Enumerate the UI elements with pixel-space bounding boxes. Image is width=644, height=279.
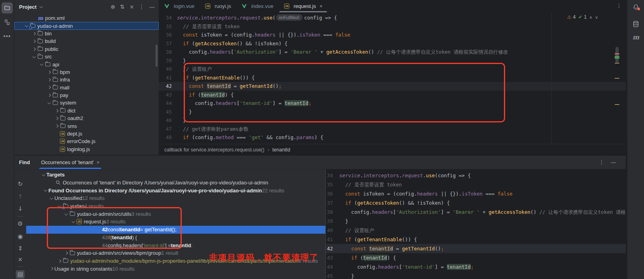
hide-icon[interactable]: — — [149, 4, 155, 10]
hide-icon[interactable]: — — [611, 159, 616, 165]
project-tree-item[interactable]: mall — [14, 84, 159, 91]
project-tree-item[interactable]: JSloginlog.js — [14, 145, 159, 153]
project-tree-item[interactable]: public — [14, 45, 159, 53]
scrollbar-thumb[interactable] — [156, 45, 158, 67]
locate-icon[interactable]: ⊕ — [111, 4, 115, 10]
breadcrumb-separator: › — [267, 147, 269, 153]
find-result-row[interactable]: JSrequest.js 3 results — [26, 218, 325, 226]
project-tree-item[interactable]: JSdept.js — [14, 130, 159, 138]
find-tab[interactable]: Occurrences of 'tenant' × — [39, 155, 101, 169]
chevron-down-icon[interactable] — [38, 4, 44, 10]
prev-problem-icon[interactable]: ∧ — [589, 15, 592, 19]
expand-all-icon[interactable]: ⇅ — [120, 4, 125, 10]
editor-tab[interactable]: login.vue — [159, 0, 200, 12]
find-result-row[interactable]: yudao-ui-admin/src/utils 3 results — [26, 210, 325, 218]
chevron-down-icon[interactable] — [31, 54, 37, 60]
inspections-widget[interactable]: ⚠4 ✔1 ∧ ∨ — [567, 14, 598, 21]
close-icon[interactable]: × — [96, 159, 100, 165]
editor-options-icon[interactable]: ⋮ — [616, 3, 622, 8]
find-result-row[interactable]: 42 const tenantId = getTenantId(); — [26, 226, 325, 234]
next-problem-icon[interactable]: ∨ — [595, 15, 598, 19]
chevron-down-icon[interactable] — [42, 188, 48, 193]
maven-toolwindow-icon[interactable]: m — [627, 33, 644, 41]
project-tree-item[interactable]: JSerrorCode.js — [14, 138, 159, 145]
project-tree-item[interactable]: infra — [14, 76, 159, 83]
project-tree-item[interactable]: sms — [14, 122, 159, 130]
chevron-right-icon[interactable] — [54, 123, 60, 129]
chevron-right-icon[interactable] — [54, 116, 60, 121]
options-icon[interactable]: ⋮ — [139, 4, 144, 10]
project-tree-item[interactable]: bpm — [14, 68, 159, 76]
find-result-row[interactable]: yudao-ui-admin/node_modules/bpmn-js-prop… — [26, 257, 325, 265]
breadcrumb-segment[interactable]: tenantId — [272, 147, 290, 153]
project-tree-item[interactable]: yudao-ui-admin — [14, 22, 159, 29]
find-result-row[interactable]: yudao 4 results — [26, 202, 325, 210]
settings-icon[interactable]: ⚙ — [17, 221, 23, 227]
chevron-right-icon[interactable] — [31, 46, 37, 52]
find-result-row[interactable]: Found Occurrences in Directory /Users/yu… — [26, 186, 325, 194]
breadcrumb[interactable]: callback for service.interceptors.reques… — [159, 144, 626, 155]
structure-toolwindow-icon[interactable] — [2, 17, 13, 28]
collapse-all-icon[interactable]: × — [129, 4, 134, 10]
chevron-down-icon[interactable] — [70, 219, 76, 225]
project-tree-item[interactable]: src — [14, 53, 159, 60]
project-tree-item[interactable]: system — [14, 99, 159, 107]
chevron-down-icon[interactable] — [38, 62, 44, 67]
chevron-right-icon[interactable] — [54, 108, 60, 113]
project-tree-item[interactable]: oauth2 — [14, 114, 159, 122]
chevron-right-icon[interactable] — [46, 77, 52, 83]
find-result-row[interactable]: Occurrences of 'tenant' in Directory /Us… — [26, 179, 325, 187]
chevron-down-icon[interactable] — [56, 203, 62, 209]
find-result-row[interactable]: Targets — [26, 171, 325, 179]
chevron-right-icon[interactable] — [46, 85, 52, 90]
chevron-right-icon[interactable] — [31, 39, 37, 44]
more-toolwindows-icon[interactable]: ••• — [2, 30, 13, 41]
project-tree-item[interactable]: bin — [14, 30, 159, 37]
chevron-right-icon[interactable] — [46, 69, 52, 75]
editor-tab[interactable]: JSruoyi.js — [200, 0, 236, 12]
find-result-row[interactable]: 43 if (tenantId) { — [26, 234, 325, 242]
chevron-down-icon[interactable] — [46, 100, 52, 106]
project-panel-title[interactable]: Project — [19, 4, 37, 10]
find-result-row[interactable]: Usage in string constants 10 results — [26, 265, 325, 273]
preview-eye-icon[interactable]: ◉ — [17, 234, 23, 240]
chevron-right-icon[interactable] — [31, 31, 37, 36]
chevron-down-icon[interactable] — [40, 172, 46, 178]
collapse-all-icon[interactable]: × — [18, 257, 23, 263]
project-toolwindow-icon[interactable] — [2, 2, 13, 14]
preview-code-editor[interactable]: 34service.interceptors.request.use(confi… — [326, 169, 626, 279]
expand-all-icon[interactable]: ⇕ — [18, 246, 23, 252]
inline-hint: onFulfilled: — [276, 14, 302, 21]
navigate-up-icon[interactable]: ↑ — [18, 194, 23, 200]
code-editor[interactable]: 34service.interceptors.request.use(onFul… — [159, 12, 626, 144]
chevron-right-icon[interactable] — [46, 93, 52, 98]
chevron-right-icon[interactable] — [56, 258, 62, 264]
database-toolwindow-icon[interactable] — [627, 21, 644, 27]
breadcrumb-segment[interactable]: callback for service.interceptors.reques… — [164, 147, 264, 153]
project-tree-item[interactable]: mpom.xml — [14, 14, 159, 22]
chevron-down-icon[interactable] — [48, 196, 54, 201]
project-tree-item[interactable]: api — [14, 60, 159, 68]
chevron-none-icon — [54, 131, 60, 137]
tree-item-label: api — [52, 62, 59, 68]
chevron-down-icon[interactable] — [23, 23, 29, 29]
refresh-icon[interactable]: ↻ — [18, 181, 23, 187]
navigate-down-icon[interactable]: ↓ — [18, 206, 23, 212]
chevron-right-icon[interactable] — [63, 250, 69, 256]
find-result-row[interactable]: Unclassified 12 results — [26, 194, 325, 202]
editor-scrollbar-thumb[interactable] — [615, 47, 619, 63]
project-tree-item[interactable]: pay — [14, 91, 159, 99]
project-tree-item[interactable]: dict — [14, 107, 159, 114]
chevron-down-icon[interactable] — [63, 211, 69, 217]
editor-tab[interactable]: JSrequest.js× — [279, 0, 328, 12]
notifications-bell-icon[interactable] — [627, 4, 644, 11]
chevron-right-icon[interactable] — [48, 266, 54, 271]
find-result-row[interactable]: yudao-ui-admin/src/views/bpm/group 1 res… — [26, 249, 325, 257]
options-icon[interactable]: ⋮ — [599, 159, 604, 165]
project-tree-item[interactable]: build — [14, 37, 159, 45]
preview-toggle-icon[interactable]: ▤ — [16, 270, 25, 279]
editor-tab[interactable]: index.vue — [236, 0, 279, 12]
folder-icon — [38, 39, 43, 43]
close-icon[interactable]: × — [319, 3, 323, 9]
find-result-row[interactable]: 44 config.headers['tenant-id'] = tenantI… — [26, 241, 325, 249]
